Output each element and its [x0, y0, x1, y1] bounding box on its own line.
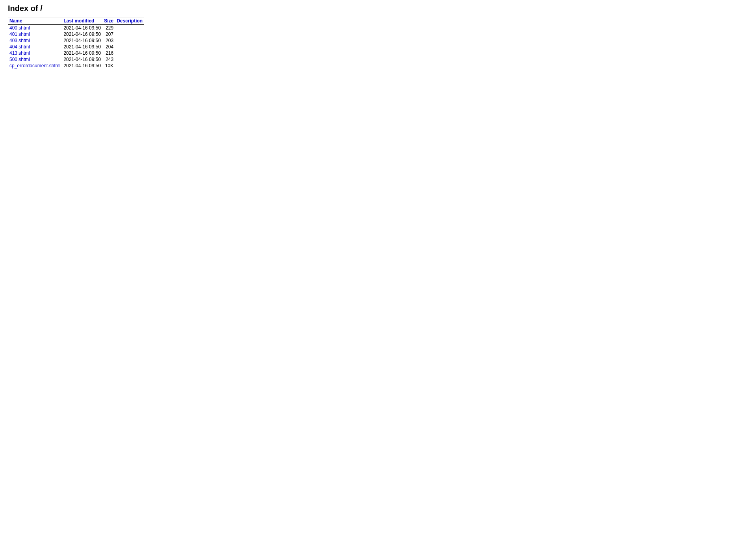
- file-size-cell: 10K: [102, 63, 115, 69]
- file-listing-table: Name Last modified Size Description 400.…: [8, 17, 144, 69]
- file-name-cell: 404.shtml: [8, 44, 62, 50]
- file-description-cell: [115, 50, 144, 56]
- file-link[interactable]: 400.shtml: [9, 25, 30, 31]
- file-size-cell: 207: [102, 31, 115, 37]
- file-description-cell: [115, 56, 144, 63]
- file-name-cell: 403.shtml: [8, 37, 62, 44]
- table-row: 413.shtml2021-04-16 09:50216: [8, 50, 144, 56]
- file-size-cell: 204: [102, 44, 115, 50]
- file-modified-cell: 2021-04-16 09:50: [62, 25, 102, 31]
- column-header-modified: Last modified: [62, 17, 102, 25]
- page-title: Index of /: [8, 4, 748, 13]
- column-header-description: Description: [115, 17, 144, 25]
- file-description-cell: [115, 31, 144, 37]
- file-modified-cell: 2021-04-16 09:50: [62, 56, 102, 63]
- table-row: 500.shtml2021-04-16 09:50243: [8, 56, 144, 63]
- file-name-cell: cp_errordocument.shtml: [8, 63, 62, 69]
- file-description-cell: [115, 25, 144, 31]
- file-size-cell: 243: [102, 56, 115, 63]
- name-sort-link[interactable]: Name: [9, 18, 22, 24]
- file-link[interactable]: 401.shtml: [9, 31, 30, 37]
- file-link[interactable]: 500.shtml: [9, 57, 30, 62]
- size-sort-link[interactable]: Size: [104, 18, 113, 24]
- file-modified-cell: 2021-04-16 09:50: [62, 63, 102, 69]
- file-link[interactable]: 404.shtml: [9, 44, 30, 50]
- table-row: 404.shtml2021-04-16 09:50204: [8, 44, 144, 50]
- file-link[interactable]: cp_errordocument.shtml: [9, 63, 60, 68]
- file-name-cell: 401.shtml: [8, 31, 62, 37]
- file-modified-cell: 2021-04-16 09:50: [62, 31, 102, 37]
- file-table-body: 400.shtml2021-04-16 09:50229401.shtml202…: [8, 25, 144, 69]
- modified-sort-link[interactable]: Last modified: [63, 18, 94, 24]
- file-size-cell: 229: [102, 25, 115, 31]
- column-header-size: Size: [102, 17, 115, 25]
- table-row: cp_errordocument.shtml2021-04-16 09:5010…: [8, 63, 144, 69]
- file-link[interactable]: 413.shtml: [9, 50, 30, 56]
- file-description-cell: [115, 63, 144, 69]
- file-modified-cell: 2021-04-16 09:50: [62, 44, 102, 50]
- file-description-cell: [115, 44, 144, 50]
- column-header-name: Name: [8, 17, 62, 25]
- description-sort-link[interactable]: Description: [117, 18, 143, 24]
- file-name-cell: 400.shtml: [8, 25, 62, 31]
- file-name-cell: 413.shtml: [8, 50, 62, 56]
- table-header-row: Name Last modified Size Description: [8, 17, 144, 25]
- file-size-cell: 203: [102, 37, 115, 44]
- file-description-cell: [115, 37, 144, 44]
- table-row: 403.shtml2021-04-16 09:50203: [8, 37, 144, 44]
- file-size-cell: 216: [102, 50, 115, 56]
- table-row: 401.shtml2021-04-16 09:50207: [8, 31, 144, 37]
- file-modified-cell: 2021-04-16 09:50: [62, 37, 102, 44]
- file-modified-cell: 2021-04-16 09:50: [62, 50, 102, 56]
- file-link[interactable]: 403.shtml: [9, 38, 30, 43]
- table-row: 400.shtml2021-04-16 09:50229: [8, 25, 144, 31]
- file-name-cell: 500.shtml: [8, 56, 62, 63]
